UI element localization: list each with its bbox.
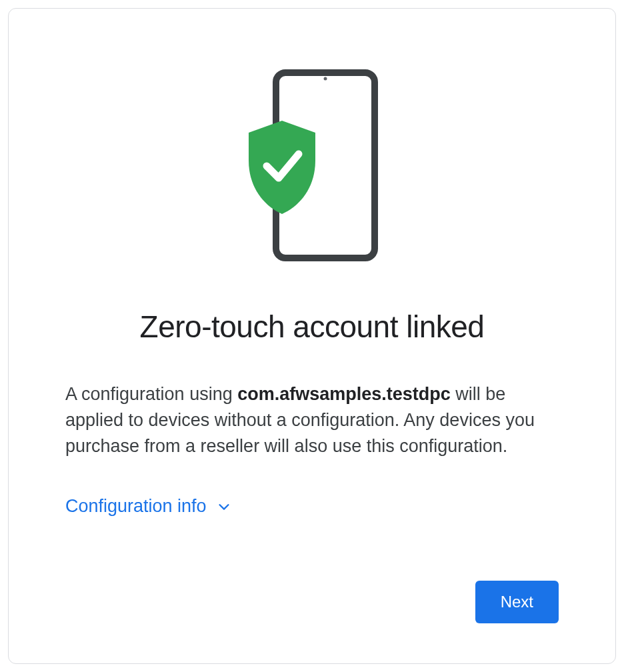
illustration-container — [65, 69, 559, 262]
dialog-footer: Next — [65, 554, 559, 623]
description-text: A configuration using com.afwsamples.tes… — [65, 381, 559, 459]
page-title: Zero-touch account linked — [65, 309, 559, 345]
dialog-card: Zero-touch account linked A configuratio… — [8, 8, 616, 664]
description-prefix: A configuration using — [65, 384, 237, 404]
package-name: com.afwsamples.testdpc — [237, 384, 451, 404]
next-button[interactable]: Next — [475, 581, 559, 623]
configuration-info-label: Configuration info — [65, 496, 207, 517]
chevron-down-icon — [216, 499, 232, 515]
svg-point-1 — [324, 77, 327, 81]
phone-shield-icon — [245, 69, 379, 262]
configuration-info-toggle[interactable]: Configuration info — [65, 496, 559, 517]
